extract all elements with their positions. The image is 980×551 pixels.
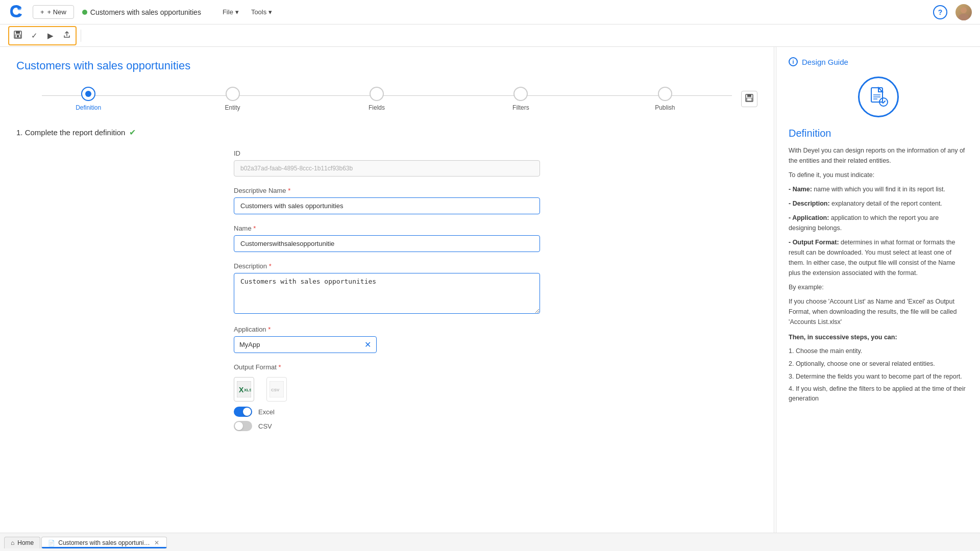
status-dot [82, 10, 87, 15]
nav-menu: File ▾ Tools ▾ [217, 6, 277, 18]
tools-menu-label: Tools [251, 8, 266, 16]
document-title: Customers with sales opportunities [90, 8, 201, 16]
stepper-save-button[interactable] [741, 91, 757, 107]
guide-icon-circle [858, 77, 899, 117]
design-guide-header: i Design Guide [789, 57, 968, 66]
csv-icon: CSV [266, 377, 287, 402]
guide-then-label: Then, in successive steps, you can: [789, 332, 968, 342]
guide-step-2: 2. Optionally, choose one or several rel… [789, 359, 968, 369]
bottom-tabs: ⌂ Home 📄 Customers with sales opportunit… [0, 533, 980, 551]
description-field-group: Description * [234, 262, 540, 315]
app-logo[interactable] [8, 3, 24, 21]
descriptive-name-input[interactable] [234, 197, 540, 214]
stepper-fields[interactable]: Fields [305, 87, 449, 111]
help-button[interactable]: ? [933, 5, 947, 19]
section-title-text: 1. Complete the report definition [16, 128, 125, 137]
svg-text:CSV: CSV [271, 388, 280, 392]
id-label: ID [234, 149, 540, 157]
chevron-down-icon-tools: ▾ [268, 8, 272, 16]
report-tab-close[interactable]: ✕ [153, 539, 160, 546]
guide-step-3: 3. Determine the fields you want to beco… [789, 372, 968, 382]
content-area: Customers with sales opportunities Defin… [0, 47, 774, 533]
application-clear-button[interactable]: ✕ [364, 340, 371, 349]
tools-menu[interactable]: Tools ▾ [246, 6, 277, 18]
guide-section-title: Definition [789, 128, 968, 139]
toolbar-action-group: ✓ ▶ [8, 26, 77, 45]
avatar[interactable] [955, 4, 972, 20]
stepper-circle-publish [658, 87, 672, 101]
csv-toggle-row: CSV [234, 421, 540, 431]
name-label: Name * [234, 224, 540, 232]
chevron-down-icon: ▾ [235, 8, 239, 16]
stepper-circle-entity [226, 87, 240, 101]
guide-step-1: 1. Choose the main entity. [789, 346, 968, 356]
right-panel: i Design Guide Definition With Deyel you… [776, 47, 980, 533]
stepper-circle-definition [81, 87, 95, 101]
guide-para2: To define it, you must indicate: [789, 170, 968, 180]
new-button-label: + New [47, 8, 66, 16]
guide-application-item: - Application: application to which the … [789, 213, 968, 233]
checkmark-icon: ✓ [31, 31, 38, 40]
svg-point-0 [17, 6, 21, 10]
excel-toggle-row: Excel [234, 407, 540, 417]
save-button[interactable] [10, 28, 26, 43]
stepper-entity[interactable]: Entity [160, 87, 304, 111]
application-label: Application * [234, 325, 540, 333]
output-format-required-star: * [278, 363, 281, 371]
stepper-label-publish: Publish [655, 104, 675, 111]
page-title: Customers with sales opportunities [16, 59, 757, 72]
report-tab[interactable]: 📄 Customers with sales opportunities ...… [41, 537, 167, 548]
guide-name-item: - Name: name with which you will find it… [789, 184, 968, 194]
name-input[interactable] [234, 235, 540, 252]
descriptive-name-label: Descriptive Name * [234, 187, 540, 194]
output-format-label: Output Format * [234, 363, 540, 371]
stepper-definition[interactable]: Definition [16, 87, 160, 111]
stepper-label-fields: Fields [369, 104, 385, 111]
stepper: Definition Entity Fields Filters Publish [16, 87, 757, 111]
descriptive-name-field-group: Descriptive Name * [234, 187, 540, 214]
excel-format-item: X XLS [234, 377, 254, 402]
name-required-star: * [253, 224, 256, 232]
home-tab-label: Home [17, 539, 34, 546]
guide-para1: With Deyel you can design reports on the… [789, 145, 968, 166]
plus-icon: + [40, 8, 44, 16]
guide-step-4: 4. If you wish, define the filters to be… [789, 384, 968, 404]
description-textarea[interactable] [234, 273, 540, 314]
required-star: * [288, 187, 290, 194]
export-icon [63, 31, 71, 40]
name-field-group: Name * [234, 224, 540, 252]
run-button[interactable]: ▶ [43, 28, 58, 43]
application-value: MyApp [239, 341, 360, 348]
svg-point-1 [961, 7, 967, 13]
home-tab[interactable]: ⌂ Home [4, 537, 40, 548]
svg-rect-6 [17, 35, 19, 37]
check-button[interactable]: ✓ [27, 28, 42, 43]
guide-output-format-item: - Output Format: determines in what form… [789, 237, 968, 278]
new-button[interactable]: + + New [33, 5, 74, 19]
home-icon: ⌂ [11, 539, 14, 546]
stepper-label-entity: Entity [225, 104, 240, 111]
guide-description-item: - Description: explanatory detail of the… [789, 198, 968, 209]
play-icon: ▶ [47, 31, 54, 40]
stepper-filters[interactable]: Filters [449, 87, 593, 111]
format-icons: X XLS CSV [234, 377, 540, 402]
svg-rect-4 [16, 31, 20, 34]
info-icon: i [789, 57, 798, 66]
output-format-section: Output Format * X XLS [234, 363, 540, 431]
top-navigation: + + New Customers with sales opportuniti… [0, 0, 980, 24]
application-field-wrap: MyApp ✕ [234, 336, 377, 353]
export-button[interactable] [59, 28, 75, 43]
excel-toggle[interactable] [234, 407, 252, 417]
toolbar-divider [81, 30, 81, 42]
csv-toggle[interactable] [234, 421, 252, 431]
excel-icon: X XLS [234, 377, 254, 402]
csv-format-item: CSV [266, 377, 287, 402]
svg-rect-8 [747, 94, 751, 97]
stepper-publish[interactable]: Publish [593, 87, 737, 111]
save-icon [14, 31, 22, 40]
svg-rect-9 [747, 98, 752, 101]
id-field-group: ID [234, 149, 540, 177]
section-check-icon: ✔ [129, 128, 136, 137]
stepper-label-definition: Definition [76, 104, 101, 111]
file-menu[interactable]: File ▾ [217, 6, 244, 18]
